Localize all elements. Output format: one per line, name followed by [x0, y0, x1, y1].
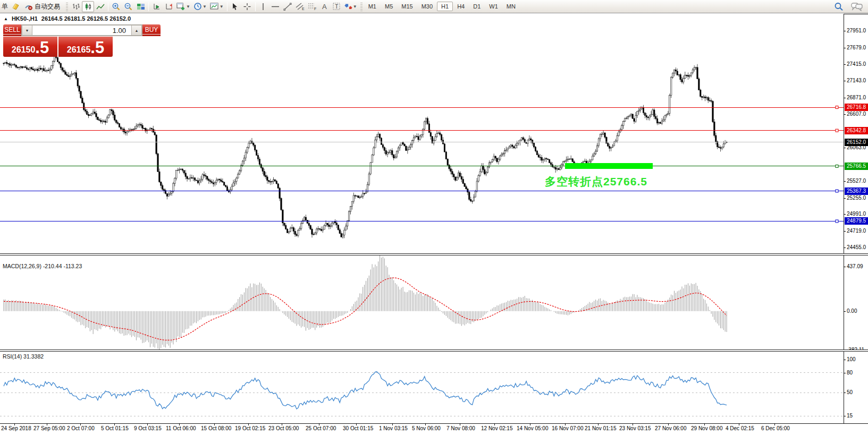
chart-shift-button[interactable]: [163, 1, 175, 12]
date-label: 19 Oct 02:15: [235, 425, 265, 431]
date-label: 6 Dec 05:00: [761, 425, 790, 431]
timeframe-button-D1[interactable]: D1: [469, 2, 485, 11]
indicators-button[interactable]: ▼: [208, 1, 225, 12]
buy-price-display[interactable]: 26165.5: [58, 37, 113, 57]
timeframe-button-M30[interactable]: M30: [417, 2, 437, 11]
date-axis-line: [0, 423, 868, 424]
sell-price-display[interactable]: 26150.5: [3, 37, 57, 57]
text-tool-button[interactable]: A: [318, 1, 331, 12]
date-label: 15 Oct 08:00: [201, 425, 231, 431]
timeframe-button-H1[interactable]: H1: [437, 2, 453, 11]
bar-chart-type-button[interactable]: [70, 1, 82, 12]
macd-tick: [844, 311, 846, 312]
price-tick: [844, 214, 846, 215]
candlestick-chart-type-button[interactable]: [82, 1, 94, 12]
autotrading-button[interactable]: 自动交易: [22, 1, 64, 12]
price-tick-label: 25255.0: [847, 195, 866, 201]
sell-button[interactable]: SELL: [3, 24, 21, 36]
chevron-down-icon: ▼: [220, 4, 224, 9]
date-label: 21 Nov 01:15: [585, 425, 617, 431]
new-order-label-partial[interactable]: 单: [0, 2, 10, 11]
ohlc-values: 26164.5 26181.5 26126.5 26152.0: [41, 15, 131, 22]
price-tick: [844, 114, 846, 115]
price-tick: [844, 181, 846, 182]
volume-increase-button[interactable]: ▲: [131, 25, 142, 36]
timeframe-button-M15[interactable]: M15: [397, 2, 417, 11]
date-label: 30 Oct 01:15: [343, 425, 373, 431]
price-tick: [844, 64, 846, 65]
chevron-down-icon: ▼: [203, 4, 207, 9]
volume-stepper: ▼ ▲: [21, 24, 142, 36]
date-label: 11 Oct 06:00: [166, 425, 196, 431]
fibonacci-tool-button[interactable]: F: [306, 1, 318, 12]
text-label-tool-button[interactable]: T: [331, 1, 343, 12]
price-tick: [844, 231, 846, 232]
profiles-clock-button[interactable]: ▼: [192, 1, 208, 12]
horizontal-line-tool-button[interactable]: [269, 1, 282, 12]
price-tick-label: 25527.0: [847, 178, 866, 184]
new-order-icon[interactable]: [10, 1, 22, 12]
date-label: 27 Sep 05:00: [33, 425, 65, 431]
cursor-tool-button[interactable]: [229, 1, 241, 12]
top-toolbar: 单 自动交易 ▼ ▼ ▼: [0, 0, 868, 13]
chat-icon[interactable]: [851, 2, 863, 11]
rsi-tick-label: 80: [847, 370, 853, 376]
highlight-bar[interactable]: [565, 163, 653, 169]
timeframe-button-M5[interactable]: M5: [381, 2, 397, 11]
date-label: 5 Nov 06:00: [412, 425, 441, 431]
volume-decrease-button[interactable]: ▼: [22, 25, 32, 36]
trendline-tool-button[interactable]: [282, 1, 294, 12]
hline-price-label: 25766.5: [845, 163, 868, 170]
date-label: 5 Oct 01:15: [101, 425, 129, 431]
date-label: 7 Nov 08:00: [446, 425, 475, 431]
macd-tick: [844, 267, 846, 267]
zoom-in-button[interactable]: [110, 1, 122, 12]
collapse-panel-icon[interactable]: ▲: [4, 16, 8, 21]
volume-input[interactable]: [32, 25, 131, 36]
hline-price-label: 24879.5: [845, 217, 868, 225]
price-tick: [844, 31, 846, 31]
price-tick-label: 27143.0: [847, 78, 866, 83]
rsi-caption: RSI(14) 31.3382: [3, 353, 44, 360]
price-tick: [844, 148, 846, 148]
new-chart-button[interactable]: ▼: [175, 1, 192, 12]
timeframe-button-MN[interactable]: MN: [502, 2, 520, 11]
price-tick-label: 24719.0: [847, 228, 866, 234]
price-tick: [844, 48, 846, 48]
price-tick-label: 24455.0: [847, 244, 866, 250]
toolbar-separator: [108, 2, 108, 11]
date-label: 9 Oct 03:15: [134, 425, 162, 431]
timeframe-button-group: M1M5M15M30H1H4D1W1MN: [364, 2, 520, 11]
zoom-out-button[interactable]: [122, 1, 134, 12]
date-label: 27 Nov 06:00: [655, 425, 687, 431]
buy-button[interactable]: BUY: [142, 24, 161, 36]
timeframe-button-M1[interactable]: M1: [364, 2, 381, 11]
chevron-down-icon: ▼: [186, 4, 190, 9]
timeframe-button-H4[interactable]: H4: [453, 2, 469, 11]
rsi-tick: [844, 416, 846, 416]
tile-windows-button[interactable]: [134, 1, 147, 12]
timeframe-button-W1[interactable]: W1: [485, 2, 502, 11]
date-label: 25 Oct 07:00: [306, 425, 336, 431]
price-tick-label: 27951.0: [847, 28, 866, 33]
macd-tick-label: 0.00: [847, 308, 857, 314]
crosshair-tool-button[interactable]: [241, 1, 254, 12]
equidistant-channel-tool-button[interactable]: E: [294, 1, 306, 12]
arrows-tool-button[interactable]: ▼: [343, 1, 359, 12]
macd-pane: [0, 255, 844, 349]
date-label: 1 Nov 03:15: [379, 425, 408, 431]
date-label: 2 Oct 07:00: [67, 425, 95, 431]
auto-scroll-button[interactable]: [150, 1, 163, 12]
search-icon[interactable]: [834, 2, 844, 11]
chart-header: ▲ HK50-,H1 26164.5 26181.5 26126.5 26152…: [4, 15, 131, 22]
vertical-line-tool-button[interactable]: [257, 1, 269, 12]
autotrading-icon: [24, 3, 33, 11]
date-label: 23 Oct 05:00: [268, 425, 299, 431]
rsi-tick: [844, 373, 846, 373]
rsi-pane: [0, 352, 844, 422]
rsi-tick-label: 100: [847, 356, 856, 362]
pane-divider[interactable]: [0, 253, 868, 255]
pane-divider[interactable]: [0, 349, 868, 352]
pivot-annotation[interactable]: 多空转折点25766.5: [545, 174, 647, 189]
line-chart-type-button[interactable]: [94, 1, 106, 12]
